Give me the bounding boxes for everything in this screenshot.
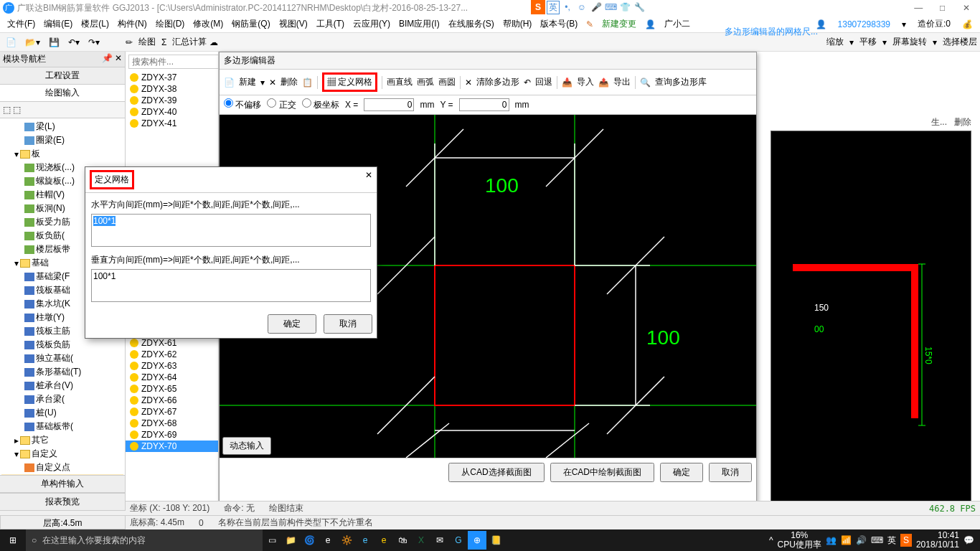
windows-taskbar[interactable]: ⊞ ○ 在这里输入你要搜索的内容 ▭ 📁 🌀 e 🔆 e e 🛍 X ✉ G ⊕…	[0, 529, 980, 551]
sum-icon[interactable]: Σ	[159, 36, 169, 49]
export-button[interactable]: 导出	[613, 76, 631, 88]
mail-icon[interactable]: ✉	[430, 531, 449, 550]
pin-icon[interactable]: 📌 ✕	[102, 53, 122, 65]
tray-up-icon[interactable]: ^	[769, 535, 773, 545]
redo-icon[interactable]: ↷▾	[85, 36, 103, 49]
dynamic-input-button[interactable]: 动态输入	[222, 437, 271, 455]
tab-draw-input[interactable]: 绘图输入	[0, 85, 125, 102]
menu-file[interactable]: 文件(F)	[3, 18, 39, 30]
search-input[interactable]	[128, 55, 219, 69]
line-button[interactable]: 画直线	[387, 76, 413, 88]
folder-icon[interactable]: 📁	[281, 531, 300, 550]
excel-icon[interactable]: X	[412, 531, 430, 550]
grid-cancel-button[interactable]: 取消	[324, 314, 372, 334]
tray-keyboard-icon[interactable]: ⌨	[871, 535, 883, 545]
ime-lang[interactable]: 英	[547, 1, 560, 14]
close-icon[interactable]: ✕	[956, 3, 977, 13]
x-input[interactable]	[364, 98, 414, 111]
in-cad-button[interactable]: 在CAD中绘制截面图	[550, 463, 654, 482]
start-button[interactable]: ⊞	[0, 529, 26, 551]
tray-ime[interactable]: 英	[887, 534, 896, 547]
ime-smile-icon[interactable]: ☺	[575, 2, 588, 12]
tree-mode-icon[interactable]: ⬚ ⬚	[3, 105, 21, 115]
ime-tool-icon[interactable]: 🔧	[633, 2, 646, 12]
ime-person-icon[interactable]: 👕	[618, 2, 631, 12]
notification-icon[interactable]: 💬	[963, 535, 974, 545]
tray-sogou-icon[interactable]: S	[900, 534, 912, 547]
task-view-icon[interactable]: ▭	[263, 531, 281, 550]
search-icon[interactable]: 🔍	[640, 77, 651, 88]
edge2-icon[interactable]: e	[356, 531, 374, 550]
draw-icon[interactable]: ✏	[123, 36, 136, 49]
v-spacing-input[interactable]: 100*1	[91, 269, 371, 302]
store-icon[interactable]: 🛍	[393, 531, 412, 550]
tab-project[interactable]: 工程设置	[0, 67, 125, 85]
select-floor-label[interactable]: 选择楼层	[943, 36, 977, 48]
ime-keyboard-icon[interactable]: ⌨	[604, 2, 617, 12]
ime-punct-icon[interactable]: •,	[561, 2, 574, 12]
edge-icon[interactable]: e	[319, 531, 337, 550]
y-input[interactable]	[459, 98, 509, 111]
minimize-icon[interactable]: —	[908, 3, 929, 13]
copy-icon[interactable]: 📋	[302, 77, 313, 88]
account-number[interactable]: 13907298339	[834, 19, 895, 29]
beans-icon[interactable]: 💰	[958, 19, 977, 29]
ime-mic-icon[interactable]: 🎤	[590, 2, 603, 12]
sogou-icon[interactable]: S	[531, 0, 545, 14]
menu-edit[interactable]: 编辑(E)	[39, 18, 77, 30]
pan-label[interactable]: 平移	[859, 36, 877, 48]
menu-modify[interactable]: 修改(M)	[189, 18, 227, 30]
app3-icon[interactable]: G	[449, 531, 468, 550]
tab-report[interactable]: 报表预览	[0, 493, 125, 511]
back-icon[interactable]: ↶	[524, 77, 531, 88]
undo-icon[interactable]: ↶▾	[65, 36, 83, 49]
menu-member[interactable]: 构件(N)	[113, 18, 151, 30]
ie-icon[interactable]: e	[374, 531, 393, 550]
save-icon[interactable]: 💾	[46, 36, 62, 49]
ime-toolbar[interactable]: S 英 •, ☺ 🎤 ⌨ 👕 🔧	[531, 0, 646, 14]
from-cad-button[interactable]: 从CAD选择截面图	[448, 463, 544, 482]
ortho-radio[interactable]	[267, 98, 276, 108]
maximize-icon[interactable]: □	[932, 3, 953, 13]
new-file-icon[interactable]: 📄	[3, 36, 19, 49]
tray-people-icon[interactable]: 👥	[826, 535, 837, 545]
open-file-icon[interactable]: 📂▾	[22, 36, 43, 49]
delete-button[interactable]: 删除	[281, 76, 298, 88]
poly-cancel-button[interactable]: 取消	[709, 463, 752, 482]
rotate-label[interactable]: 屏幕旋转	[892, 36, 927, 48]
grid-ok-button[interactable]: 确定	[268, 314, 316, 334]
menu-rebar[interactable]: 钢筋量(Q)	[227, 18, 274, 30]
sum-label[interactable]: 汇总计算	[172, 36, 207, 48]
menu-bim[interactable]: BIM应用(I)	[395, 18, 444, 30]
clear-button[interactable]: 清除多边形	[476, 76, 519, 88]
no-offset-radio[interactable]	[224, 98, 233, 108]
zoom-label[interactable]: 缩放	[826, 36, 844, 48]
menu-help[interactable]: 帮助(H)	[499, 18, 537, 30]
menu-view[interactable]: 视图(V)	[275, 18, 312, 30]
menu-online[interactable]: 在线服务(S)	[444, 18, 499, 30]
new-button[interactable]: 新建	[239, 76, 256, 88]
new-change-button[interactable]: 新建变更	[598, 18, 641, 30]
cloud-check-icon[interactable]: ☁	[209, 37, 218, 47]
preview-del[interactable]: 删除	[954, 116, 971, 128]
query-button[interactable]: 查询多边形库	[655, 76, 707, 88]
app5-icon[interactable]: 📒	[486, 531, 505, 550]
taskbar-clock[interactable]: 10:41 2018/10/11	[916, 531, 959, 550]
circle-button[interactable]: 画圆	[438, 76, 456, 88]
taskbar-search[interactable]: ○ 在这里输入你要搜索的内容	[26, 529, 263, 551]
import-button[interactable]: 导入	[577, 76, 594, 88]
tray-volume-icon[interactable]: 🔊	[856, 535, 867, 545]
h-spacing-input[interactable]: 100*1	[91, 214, 371, 247]
arc-button[interactable]: 画弧	[417, 76, 434, 88]
dialog-close-icon[interactable]: ✕	[365, 170, 372, 189]
tray-network-icon[interactable]: 📶	[841, 535, 852, 545]
menu-version[interactable]: 版本号(B)	[536, 18, 582, 30]
new-icon[interactable]: 📄	[224, 77, 235, 88]
app4-icon[interactable]: ⊕	[468, 531, 486, 550]
menu-draw[interactable]: 绘图(D)	[151, 18, 189, 30]
menu-floor[interactable]: 楼层(L)	[77, 18, 113, 30]
poly-ok-button[interactable]: 确定	[660, 463, 703, 482]
preview-gen[interactable]: 生...	[931, 116, 947, 128]
app1-icon[interactable]: 🌀	[300, 531, 319, 550]
back-button[interactable]: 回退	[535, 76, 552, 88]
